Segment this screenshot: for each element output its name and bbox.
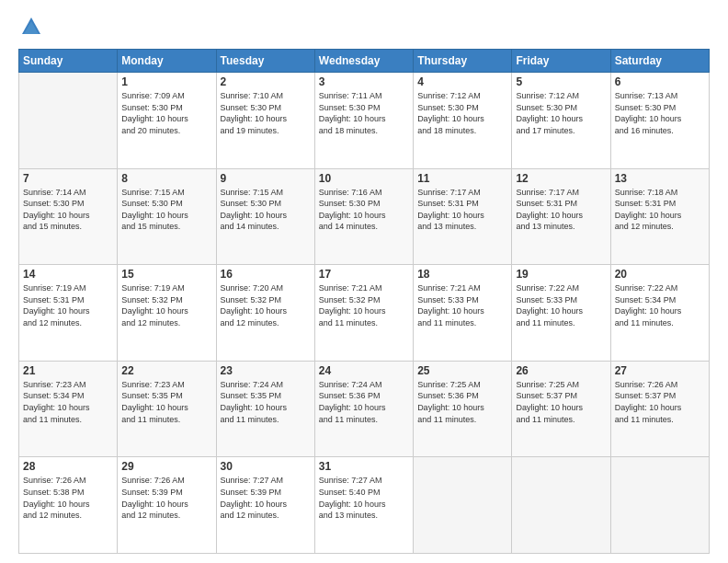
calendar-day-cell: 7Sunrise: 7:14 AM Sunset: 5:30 PM Daylig… — [19, 168, 118, 265]
logo-icon — [18, 14, 44, 40]
day-info: Sunrise: 7:16 AM Sunset: 5:30 PM Dayligh… — [319, 187, 409, 233]
day-info: Sunrise: 7:22 AM Sunset: 5:34 PM Dayligh… — [615, 282, 705, 328]
day-info: Sunrise: 7:26 AM Sunset: 5:39 PM Dayligh… — [121, 475, 211, 521]
calendar-week-row: 7Sunrise: 7:14 AM Sunset: 5:30 PM Daylig… — [19, 168, 710, 265]
day-info: Sunrise: 7:13 AM Sunset: 5:30 PM Dayligh… — [615, 90, 705, 136]
day-number: 6 — [615, 75, 705, 88]
day-info: Sunrise: 7:14 AM Sunset: 5:30 PM Dayligh… — [23, 187, 113, 233]
calendar-week-row: 14Sunrise: 7:19 AM Sunset: 5:31 PM Dayli… — [19, 265, 710, 362]
day-info: Sunrise: 7:25 AM Sunset: 5:36 PM Dayligh… — [417, 379, 507, 425]
day-info: Sunrise: 7:19 AM Sunset: 5:31 PM Dayligh… — [23, 282, 113, 328]
calendar-day-cell: 22Sunrise: 7:23 AM Sunset: 5:35 PM Dayli… — [118, 361, 216, 457]
day-number: 31 — [319, 460, 409, 473]
day-number: 20 — [615, 268, 705, 281]
calendar-day-header: Monday — [118, 50, 216, 73]
calendar-day-cell: 12Sunrise: 7:17 AM Sunset: 5:31 PM Dayli… — [512, 168, 610, 265]
calendar-day-cell: 30Sunrise: 7:27 AM Sunset: 5:39 PM Dayli… — [216, 457, 314, 554]
page-header — [18, 14, 710, 40]
day-number: 26 — [516, 364, 606, 377]
day-info: Sunrise: 7:23 AM Sunset: 5:34 PM Dayligh… — [23, 379, 113, 425]
day-number: 15 — [121, 268, 211, 281]
day-info: Sunrise: 7:24 AM Sunset: 5:36 PM Dayligh… — [319, 379, 409, 425]
day-info: Sunrise: 7:24 AM Sunset: 5:35 PM Dayligh… — [221, 379, 311, 425]
calendar-day-cell: 2Sunrise: 7:10 AM Sunset: 5:30 PM Daylig… — [216, 73, 314, 169]
day-info: Sunrise: 7:15 AM Sunset: 5:30 PM Dayligh… — [121, 187, 211, 233]
calendar-day-header: Wednesday — [314, 50, 413, 73]
day-info: Sunrise: 7:20 AM Sunset: 5:32 PM Dayligh… — [221, 282, 311, 328]
day-number: 28 — [23, 460, 113, 473]
calendar-day-cell: 24Sunrise: 7:24 AM Sunset: 5:36 PM Dayli… — [314, 361, 413, 457]
calendar-day-cell: 17Sunrise: 7:21 AM Sunset: 5:32 PM Dayli… — [314, 265, 413, 362]
day-info: Sunrise: 7:11 AM Sunset: 5:30 PM Dayligh… — [319, 90, 409, 136]
day-info: Sunrise: 7:26 AM Sunset: 5:38 PM Dayligh… — [23, 475, 113, 521]
day-info: Sunrise: 7:21 AM Sunset: 5:32 PM Dayligh… — [319, 282, 409, 328]
calendar-day-cell — [414, 457, 512, 554]
calendar-day-cell: 20Sunrise: 7:22 AM Sunset: 5:34 PM Dayli… — [610, 265, 709, 362]
day-number: 3 — [319, 75, 409, 88]
calendar-day-cell: 21Sunrise: 7:23 AM Sunset: 5:34 PM Dayli… — [19, 361, 118, 457]
calendar-day-cell: 25Sunrise: 7:25 AM Sunset: 5:36 PM Dayli… — [414, 361, 512, 457]
day-info: Sunrise: 7:12 AM Sunset: 5:30 PM Dayligh… — [417, 90, 507, 136]
day-info: Sunrise: 7:19 AM Sunset: 5:32 PM Dayligh… — [121, 282, 211, 328]
day-info: Sunrise: 7:22 AM Sunset: 5:33 PM Dayligh… — [516, 282, 606, 328]
calendar-day-cell: 27Sunrise: 7:26 AM Sunset: 5:37 PM Dayli… — [610, 361, 709, 457]
calendar-day-cell: 26Sunrise: 7:25 AM Sunset: 5:37 PM Dayli… — [512, 361, 610, 457]
day-info: Sunrise: 7:17 AM Sunset: 5:31 PM Dayligh… — [516, 187, 606, 233]
day-info: Sunrise: 7:26 AM Sunset: 5:37 PM Dayligh… — [615, 379, 705, 425]
day-number: 5 — [516, 75, 606, 88]
calendar-week-row: 21Sunrise: 7:23 AM Sunset: 5:34 PM Dayli… — [19, 361, 710, 457]
day-number: 29 — [121, 460, 211, 473]
day-info: Sunrise: 7:12 AM Sunset: 5:30 PM Dayligh… — [516, 90, 606, 136]
day-number: 1 — [121, 75, 211, 88]
day-info: Sunrise: 7:09 AM Sunset: 5:30 PM Dayligh… — [121, 90, 211, 136]
calendar-day-cell: 11Sunrise: 7:17 AM Sunset: 5:31 PM Dayli… — [414, 168, 512, 265]
day-number: 25 — [417, 364, 507, 377]
day-info: Sunrise: 7:21 AM Sunset: 5:33 PM Dayligh… — [417, 282, 507, 328]
calendar-day-cell: 15Sunrise: 7:19 AM Sunset: 5:32 PM Dayli… — [118, 265, 216, 362]
calendar-day-cell: 9Sunrise: 7:15 AM Sunset: 5:30 PM Daylig… — [216, 168, 314, 265]
calendar-day-header: Tuesday — [216, 50, 314, 73]
day-number: 18 — [417, 268, 507, 281]
calendar-day-cell: 16Sunrise: 7:20 AM Sunset: 5:32 PM Dayli… — [216, 265, 314, 362]
day-number: 21 — [23, 364, 113, 377]
calendar-day-cell: 4Sunrise: 7:12 AM Sunset: 5:30 PM Daylig… — [414, 73, 512, 169]
calendar-day-cell: 18Sunrise: 7:21 AM Sunset: 5:33 PM Dayli… — [414, 265, 512, 362]
calendar-table: SundayMondayTuesdayWednesdayThursdayFrid… — [18, 49, 710, 554]
calendar-day-cell: 14Sunrise: 7:19 AM Sunset: 5:31 PM Dayli… — [19, 265, 118, 362]
day-info: Sunrise: 7:15 AM Sunset: 5:30 PM Dayligh… — [221, 187, 311, 233]
day-info: Sunrise: 7:18 AM Sunset: 5:31 PM Dayligh… — [615, 187, 705, 233]
calendar-day-header: Sunday — [19, 50, 118, 73]
calendar-day-cell — [19, 73, 118, 169]
calendar-day-cell: 5Sunrise: 7:12 AM Sunset: 5:30 PM Daylig… — [512, 73, 610, 169]
calendar-day-cell: 1Sunrise: 7:09 AM Sunset: 5:30 PM Daylig… — [118, 73, 216, 169]
day-info: Sunrise: 7:25 AM Sunset: 5:37 PM Dayligh… — [516, 379, 606, 425]
day-number: 11 — [417, 172, 507, 185]
calendar-week-row: 1Sunrise: 7:09 AM Sunset: 5:30 PM Daylig… — [19, 73, 710, 169]
day-number: 17 — [319, 268, 409, 281]
calendar-day-cell: 29Sunrise: 7:26 AM Sunset: 5:39 PM Dayli… — [118, 457, 216, 554]
day-number: 23 — [221, 364, 311, 377]
day-number: 9 — [221, 172, 311, 185]
day-number: 4 — [417, 75, 507, 88]
calendar-day-header: Thursday — [414, 50, 512, 73]
calendar-day-header: Saturday — [610, 50, 709, 73]
calendar-day-cell: 6Sunrise: 7:13 AM Sunset: 5:30 PM Daylig… — [610, 73, 709, 169]
day-number: 19 — [516, 268, 606, 281]
calendar-day-cell — [610, 457, 709, 554]
day-number: 14 — [23, 268, 113, 281]
calendar-day-cell: 3Sunrise: 7:11 AM Sunset: 5:30 PM Daylig… — [314, 73, 413, 169]
calendar-week-row: 28Sunrise: 7:26 AM Sunset: 5:38 PM Dayli… — [19, 457, 710, 554]
calendar-day-cell: 10Sunrise: 7:16 AM Sunset: 5:30 PM Dayli… — [314, 168, 413, 265]
day-info: Sunrise: 7:10 AM Sunset: 5:30 PM Dayligh… — [221, 90, 311, 136]
day-number: 7 — [23, 172, 113, 185]
day-number: 22 — [121, 364, 211, 377]
day-info: Sunrise: 7:23 AM Sunset: 5:35 PM Dayligh… — [121, 379, 211, 425]
day-info: Sunrise: 7:27 AM Sunset: 5:40 PM Dayligh… — [319, 475, 409, 521]
logo — [18, 14, 48, 40]
day-number: 2 — [221, 75, 311, 88]
calendar-day-cell: 19Sunrise: 7:22 AM Sunset: 5:33 PM Dayli… — [512, 265, 610, 362]
calendar-day-cell: 31Sunrise: 7:27 AM Sunset: 5:40 PM Dayli… — [314, 457, 413, 554]
day-number: 16 — [221, 268, 311, 281]
calendar-day-cell — [512, 457, 610, 554]
day-number: 27 — [615, 364, 705, 377]
